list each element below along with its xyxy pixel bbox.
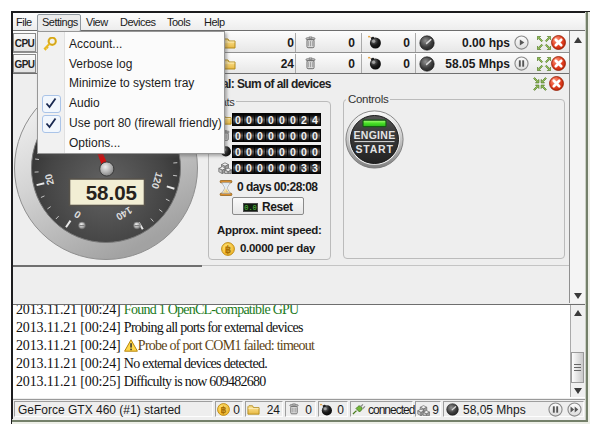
svg-text:ENGINE: ENGINE [353,129,395,141]
svg-text:START: START [355,143,393,155]
svg-text:0.0: 0.0 [244,204,257,212]
svg-text:58.05: 58.05 [86,181,137,204]
